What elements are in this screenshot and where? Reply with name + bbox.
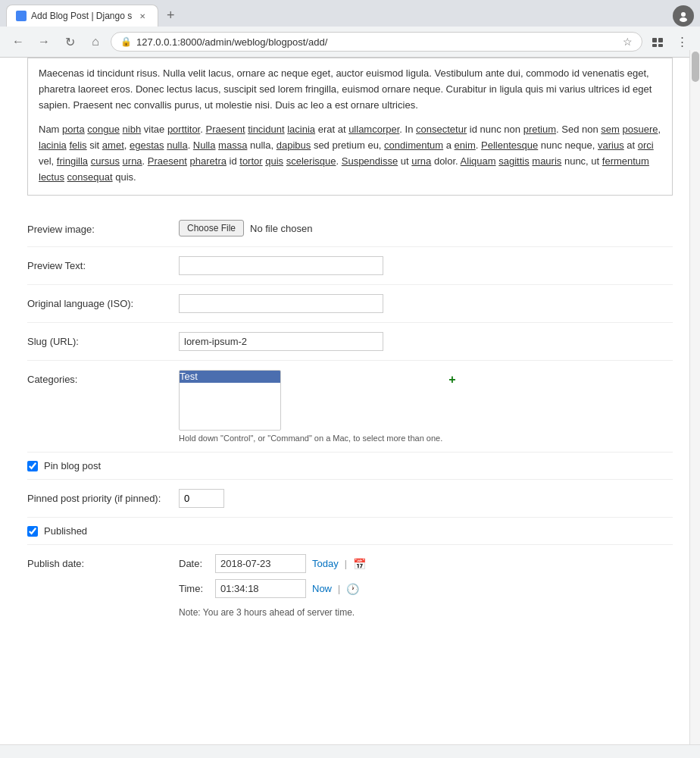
address-bar[interactable]: 🔒 127.0.0.1:8000/admin/weblog/blogpost/a… <box>111 32 642 52</box>
svg-rect-4 <box>658 38 663 42</box>
pinned-priority-row: Pinned post priority (if pinned): <box>27 480 673 518</box>
choose-file-button[interactable]: Choose File <box>179 220 244 236</box>
svg-point-2 <box>680 17 687 22</box>
today-button[interactable]: Today <box>312 558 339 569</box>
forward-button[interactable]: → <box>33 31 55 52</box>
tab-bar: Add Blog Post | Django s ✕ + <box>0 0 700 27</box>
reload-button[interactable]: ↻ <box>59 31 80 52</box>
publish-date-field: Date: Today | 📅 Time: Now | 🕐 Note: You … <box>179 554 673 618</box>
slug-input[interactable] <box>179 332 383 351</box>
publish-date-row: Publish date: Date: Today | 📅 Time: Now <box>27 545 673 627</box>
published-label: Published <box>44 525 87 537</box>
svg-point-1 <box>681 12 686 17</box>
date-pipe: | <box>345 559 347 569</box>
tab-close-button[interactable]: ✕ <box>136 10 148 22</box>
preview-text-field <box>179 256 673 275</box>
slug-field <box>179 332 673 351</box>
categories-row: Categories: Test Hold down "Control", or… <box>27 361 673 453</box>
categories-field: Test Hold down "Control", or "Command" o… <box>179 370 673 443</box>
time-input[interactable] <box>215 579 306 598</box>
profile-button[interactable] <box>673 5 694 27</box>
categories-hint: Hold down "Control", or "Command" on a M… <box>179 434 442 443</box>
svg-rect-3 <box>652 38 657 42</box>
date-label: Date: <box>179 558 209 569</box>
back-button[interactable]: ← <box>8 31 29 52</box>
paragraph-2: Nam porta congue nibh vitae porttitor. P… <box>39 122 661 185</box>
preview-text-label: Preview Text: <box>27 256 179 271</box>
category-option-test[interactable]: Test <box>180 371 280 383</box>
tab-title: Add Blog Post | Django s <box>31 11 132 21</box>
pinned-priority-field <box>179 489 673 508</box>
extensions-button[interactable] <box>647 31 668 52</box>
preview-text-row: Preview Text: <box>27 247 673 285</box>
categories-select[interactable]: Test <box>179 370 281 431</box>
publish-date-label: Publish date: <box>27 554 179 569</box>
now-button[interactable]: Now <box>312 583 332 594</box>
published-checkbox[interactable] <box>27 526 38 537</box>
pin-blog-post-row: Pin blog post <box>27 453 673 480</box>
url-text: 127.0.0.1:8000/admin/weblog/blogpost/add… <box>136 36 618 48</box>
date-time-fields: Date: Today | 📅 Time: Now | 🕐 Note: You … <box>179 554 673 618</box>
home-button[interactable]: ⌂ <box>85 31 106 52</box>
lock-icon: 🔒 <box>120 36 132 47</box>
pinned-priority-input[interactable] <box>179 489 224 508</box>
original-language-row: Original language (ISO): <box>27 285 673 323</box>
paragraph-1: Maecenas id tincidunt risus. Nulla velit… <box>39 66 661 113</box>
tab-favicon <box>16 11 27 21</box>
clock-icon[interactable]: 🕐 <box>346 583 359 595</box>
svg-rect-5 <box>652 44 657 47</box>
pinned-priority-label: Pinned post priority (if pinned): <box>27 489 179 504</box>
scrollbar-thumb[interactable] <box>692 52 699 82</box>
svg-rect-0 <box>17 12 25 20</box>
preview-image-label: Preview image: <box>27 220 179 235</box>
original-language-field <box>179 294 673 313</box>
categories-label: Categories: <box>27 370 179 385</box>
select-wrapper: Test Hold down "Control", or "Command" o… <box>179 370 673 443</box>
page-content: Maecenas id tincidunt risus. Nulla velit… <box>0 58 700 627</box>
select-container: Test Hold down "Control", or "Command" o… <box>179 370 442 443</box>
calendar-icon[interactable]: 📅 <box>353 558 366 570</box>
svg-rect-6 <box>658 44 663 47</box>
preview-image-field: Choose File No file chosen <box>179 220 673 236</box>
time-row: Time: Now | 🕐 <box>179 579 673 598</box>
bookmark-icon[interactable]: ☆ <box>623 36 633 48</box>
time-label: Time: <box>179 583 209 594</box>
select-actions: + <box>448 370 455 387</box>
menu-button[interactable]: ⋮ <box>671 31 692 52</box>
no-file-text: No file chosen <box>250 223 312 234</box>
pin-blog-post-checkbox[interactable] <box>27 461 38 471</box>
new-tab-button[interactable]: + <box>161 7 180 25</box>
slug-label: Slug (URL): <box>27 332 179 347</box>
pin-blog-post-label: Pin blog post <box>44 460 101 471</box>
active-tab[interactable]: Add Blog Post | Django s ✕ <box>6 5 158 27</box>
file-input-wrapper: Choose File No file chosen <box>179 220 673 236</box>
toolbar-actions: ⋮ <box>647 31 692 52</box>
time-note: Note: You are 3 hours ahead of server ti… <box>179 607 673 618</box>
admin-form: Maecenas id tincidunt risus. Nulla velit… <box>0 58 700 627</box>
body-textarea[interactable]: Maecenas id tincidunt risus. Nulla velit… <box>27 58 673 196</box>
browser-toolbar: ← → ↻ ⌂ 🔒 127.0.0.1:8000/admin/weblog/bl… <box>0 27 700 57</box>
add-category-button[interactable]: + <box>448 373 455 387</box>
textarea-content: Maecenas id tincidunt risus. Nulla velit… <box>28 58 672 195</box>
original-language-label: Original language (ISO): <box>27 294 179 309</box>
preview-image-row: Preview image: Choose File No file chose… <box>27 211 673 247</box>
slug-row: Slug (URL): <box>27 323 673 361</box>
page-scrollbar[interactable] <box>689 50 700 627</box>
date-input[interactable] <box>215 554 306 573</box>
date-row: Date: Today | 📅 <box>179 554 673 573</box>
published-row: Published <box>27 518 673 545</box>
preview-text-input[interactable] <box>179 256 383 275</box>
time-pipe: | <box>338 584 340 594</box>
original-language-input[interactable] <box>179 294 383 313</box>
browser-chrome: Add Blog Post | Django s ✕ + ← → ↻ ⌂ 🔒 1… <box>0 0 700 58</box>
